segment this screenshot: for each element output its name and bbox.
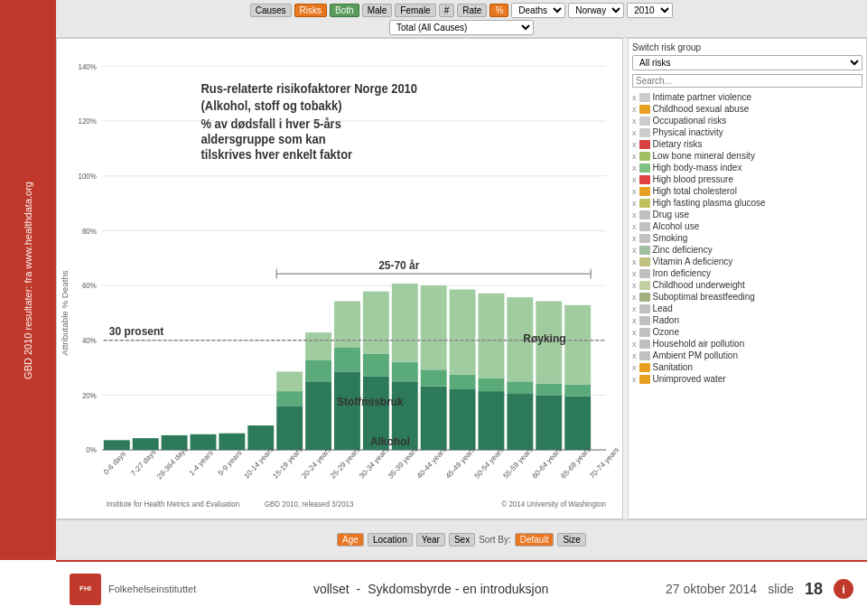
- risk-item-label: Childhood underweight: [653, 280, 745, 290]
- country-select[interactable]: Norway: [568, 3, 624, 18]
- risk-remove-icon[interactable]: x: [632, 363, 637, 372]
- left-sidebar: GBD 2010 resultater: fra www.healthdata.…: [0, 0, 56, 560]
- risk-color-box: [639, 175, 650, 184]
- year-select[interactable]: 2010: [627, 3, 673, 18]
- percent-button[interactable]: %: [489, 4, 508, 17]
- both-button[interactable]: Both: [330, 4, 359, 17]
- age-filter-button[interactable]: Age: [337, 533, 364, 546]
- risk-item[interactable]: xSmoking: [632, 232, 862, 244]
- risk-item-label: High total cholesterol: [653, 186, 737, 196]
- chart-title-line1: Rus-relaterte risikofaktorer Norge 2010: [200, 81, 417, 96]
- bar-smoking-9: [363, 292, 389, 354]
- risk-item[interactable]: xUnimproved water: [632, 373, 862, 385]
- risk-remove-icon[interactable]: x: [632, 281, 637, 290]
- male-button[interactable]: Male: [362, 4, 393, 17]
- location-filter-button[interactable]: Location: [368, 533, 413, 546]
- risk-item[interactable]: xChildhood sexual abuse: [632, 103, 862, 115]
- bar-smoking-13: [479, 294, 505, 378]
- bar-stoff-8: [334, 347, 360, 371]
- risk-remove-icon[interactable]: x: [632, 187, 637, 196]
- risk-color-box: [639, 117, 650, 126]
- risk-item[interactable]: xOccupational risks: [632, 115, 862, 126]
- risk-item[interactable]: xHigh fasting plasma glucose: [632, 197, 862, 209]
- risk-item[interactable]: xVitamin A deficiency: [632, 256, 862, 267]
- deaths-select[interactable]: Deaths: [511, 3, 565, 18]
- risk-remove-icon[interactable]: x: [632, 304, 637, 313]
- causes-button[interactable]: Causes: [250, 4, 292, 17]
- risk-remove-icon[interactable]: x: [632, 351, 637, 360]
- right-panel: Switch risk group All risks xIntimate pa…: [628, 38, 867, 519]
- risk-remove-icon[interactable]: x: [632, 152, 637, 161]
- hash-button[interactable]: #: [439, 4, 455, 17]
- risk-remove-icon[interactable]: x: [632, 105, 637, 114]
- risk-remove-icon[interactable]: x: [632, 175, 637, 184]
- risk-item[interactable]: xZinc deficiency: [632, 244, 862, 256]
- size-filter-button[interactable]: Size: [557, 533, 585, 546]
- bar-alkohol-11: [421, 387, 447, 450]
- risk-remove-icon[interactable]: x: [632, 246, 637, 255]
- risk-remove-icon[interactable]: x: [632, 257, 637, 266]
- risk-item-label: Suboptimal breastfeeding: [653, 292, 755, 302]
- risk-color-box: [639, 199, 650, 208]
- risk-item[interactable]: xLead: [632, 303, 862, 314]
- year-filter-button[interactable]: Year: [416, 533, 445, 546]
- risk-search-input[interactable]: [632, 74, 862, 88]
- bar-alkohol-13: [479, 391, 505, 450]
- toolbar-row1: Causes Risks Both Male Female # Rate % D…: [60, 3, 863, 18]
- risk-remove-icon[interactable]: x: [632, 128, 637, 137]
- risk-item[interactable]: xDrug use: [632, 209, 862, 220]
- risk-item[interactable]: xOzone: [632, 326, 862, 338]
- risk-remove-icon[interactable]: x: [632, 163, 637, 173]
- risk-remove-icon[interactable]: x: [632, 328, 637, 337]
- risk-color-box: [639, 210, 650, 219]
- info-icon[interactable]: i: [834, 579, 853, 599]
- female-button[interactable]: Female: [395, 4, 435, 17]
- risk-item[interactable]: xLow bone mineral density: [632, 150, 862, 162]
- risk-item[interactable]: xIron deficiency: [632, 267, 862, 279]
- risk-remove-icon[interactable]: x: [632, 340, 637, 349]
- risk-item[interactable]: xAmbient PM pollution: [632, 350, 862, 361]
- risk-color-box: [639, 351, 650, 360]
- risks-button[interactable]: Risks: [294, 4, 327, 17]
- bar-stoff-9: [363, 354, 389, 377]
- sex-filter-button[interactable]: Sex: [449, 533, 475, 546]
- footer-org-name: Folkehelseinstituttet: [108, 583, 196, 594]
- risk-item[interactable]: xAlcohol use: [632, 220, 862, 232]
- risk-item[interactable]: xPhysical inactivity: [632, 126, 862, 138]
- chart-footer-right: © 2014 University of Washington: [501, 499, 606, 509]
- risk-remove-icon[interactable]: x: [632, 375, 637, 384]
- risk-item[interactable]: xHigh total cholesterol: [632, 185, 862, 197]
- svg-text:140%: 140%: [78, 61, 97, 70]
- risk-item[interactable]: xChildhood underweight: [632, 279, 862, 291]
- risk-remove-icon[interactable]: x: [632, 316, 637, 325]
- risk-item[interactable]: xDietary risks: [632, 138, 862, 150]
- risk-remove-icon[interactable]: x: [632, 140, 637, 149]
- risk-remove-icon[interactable]: x: [632, 293, 637, 302]
- risk-color-box: [639, 375, 650, 384]
- risk-remove-icon[interactable]: x: [632, 234, 637, 243]
- risk-remove-icon[interactable]: x: [632, 117, 637, 126]
- total-causes-select[interactable]: Total (All Causes): [389, 20, 534, 35]
- bar-stoff-14: [507, 381, 533, 393]
- footer: FHI Folkehelseinstituttet vollset - Sykd…: [56, 560, 867, 616]
- default-filter-button[interactable]: Default: [515, 533, 555, 546]
- risk-remove-icon[interactable]: x: [632, 93, 637, 102]
- risk-item[interactable]: xSanitation: [632, 361, 862, 373]
- risk-item[interactable]: xIntimate partner violence: [632, 91, 862, 103]
- risk-item[interactable]: xRadon: [632, 314, 862, 326]
- risk-item-label: Zinc deficiency: [653, 245, 713, 255]
- risk-item[interactable]: xHigh body-mass index: [632, 162, 862, 173]
- risk-remove-icon[interactable]: x: [632, 199, 637, 208]
- rate-button[interactable]: Rate: [457, 4, 487, 17]
- risk-remove-icon[interactable]: x: [632, 222, 637, 231]
- risk-group-select[interactable]: All risks: [632, 55, 862, 70]
- svg-text:100%: 100%: [78, 172, 97, 181]
- risk-item-label: High fasting plasma glucose: [653, 198, 766, 208]
- chart-footer-center: GBD 2010, released 3/2013: [265, 499, 354, 509]
- risk-item[interactable]: xHousehold air pollution: [632, 338, 862, 350]
- risk-item[interactable]: xSuboptimal breastfeeding: [632, 291, 862, 303]
- risk-item[interactable]: xHigh blood pressure: [632, 173, 862, 185]
- risk-remove-icon[interactable]: x: [632, 210, 637, 219]
- risk-remove-icon[interactable]: x: [632, 269, 637, 278]
- risk-group-header: Switch risk group: [632, 42, 862, 52]
